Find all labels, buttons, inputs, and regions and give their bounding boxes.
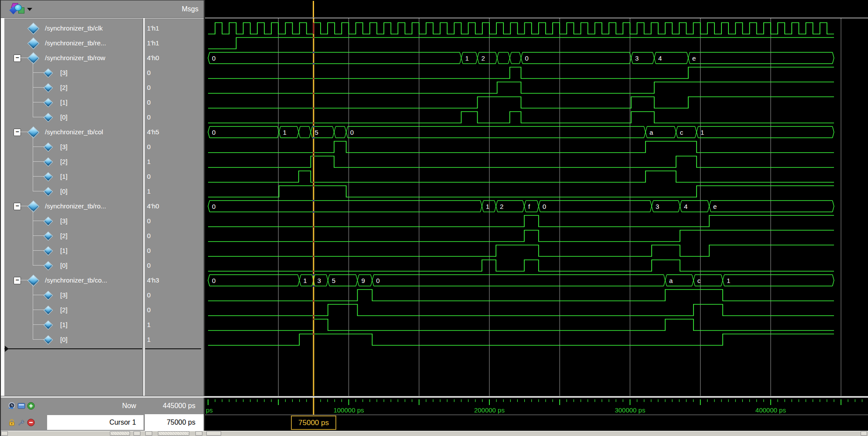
tree-item-bit-[1][interactable]: [1] — [4, 243, 143, 258]
bit-value: 0 — [145, 243, 204, 258]
bus-value-label: 5 — [314, 129, 318, 136]
tree-item-re...[interactable]: /synchronizer_tb/re... — [4, 36, 143, 51]
scrollbar-thumb[interactable] — [206, 431, 221, 436]
tree-connector — [33, 210, 33, 266]
cursor-name[interactable]: Cursor 1 — [53, 414, 136, 431]
bit-label: [3] — [60, 288, 68, 303]
wrench-icon[interactable] — [17, 419, 25, 426]
signal-diamond-icon — [27, 23, 39, 34]
tree-item-bit-[1][interactable]: [1] — [4, 317, 143, 332]
tree-item-bit-[0][interactable]: [0] — [4, 332, 143, 347]
collapse-minus-icon[interactable]: − — [14, 54, 21, 62]
tree-item-bit-[3][interactable]: [3] — [4, 140, 143, 154]
chevron-down-icon[interactable] — [27, 8, 32, 11]
bit-label: [1] — [60, 243, 68, 258]
wave-row-row_sync[interactable]: 012f034e — [208, 201, 834, 212]
bit-value: 0 — [145, 169, 204, 184]
tree-item-bit-[0][interactable]: [0] — [4, 258, 143, 273]
wave-row-row_sync-2[interactable] — [208, 230, 834, 242]
timeline-tick-label: 200000 ps — [474, 406, 505, 414]
tree-item-clk[interactable]: /synchronizer_tb/clk — [4, 21, 143, 36]
scrollbar-thumb[interactable] — [110, 431, 130, 436]
cursor-time-flag[interactable]: 75000 ps — [291, 416, 336, 430]
lock-icon[interactable] — [8, 419, 16, 426]
msgs-column-header[interactable]: Msgs — [145, 0, 198, 18]
signal-diamond-icon — [44, 335, 53, 344]
tree-item-bit-[2][interactable]: [2] — [4, 228, 143, 243]
collapse-minus-icon[interactable]: − — [14, 203, 21, 210]
wave-row-row_sync-3[interactable] — [208, 215, 834, 227]
bit-label: [3] — [60, 140, 68, 154]
wave-row-row[interactable]: 012034e — [208, 52, 834, 64]
timeline-ruler[interactable]: ps100000 ps200000 ps300000 ps400000 ps — [205, 398, 868, 415]
wave-row-col-0[interactable] — [208, 186, 834, 197]
window-icon[interactable] — [17, 402, 25, 410]
signal-diamond-icon — [27, 126, 39, 138]
signal-label: /synchronizer_tb/row — [45, 51, 105, 65]
wave-row-col-2[interactable] — [208, 156, 834, 167]
tree-item-bit-[1][interactable]: [1] — [4, 169, 143, 184]
tree-item-bit-[3][interactable]: [3] — [4, 65, 143, 80]
bit-value: 0 — [145, 258, 204, 273]
wave-row-row_sync-1[interactable] — [208, 245, 834, 256]
sync-clock-icon[interactable] — [8, 402, 16, 410]
signal-diamond-icon — [44, 291, 53, 300]
wave-row-col-1[interactable] — [208, 171, 834, 182]
tree-gutter — [1, 18, 4, 396]
signal-label: /synchronizer_tb/re... — [45, 36, 106, 51]
tree-item-row[interactable]: −/synchronizer_tb/row — [4, 51, 143, 65]
bus-value-label: 0 — [525, 54, 529, 62]
wave-row-col_sync-1[interactable] — [208, 319, 834, 330]
signal-diamond-icon — [27, 37, 39, 49]
bit-label: [1] — [60, 317, 68, 332]
wave-row-col_sync-3[interactable] — [208, 290, 834, 301]
scrollbar-strip — [0, 431, 868, 436]
bus-value-label: 0 — [212, 203, 215, 210]
wave-row-re[interactable] — [208, 37, 834, 49]
add-cursor-icon[interactable] — [27, 402, 35, 410]
collapse-minus-icon[interactable]: − — [14, 129, 21, 136]
scrollbar-thumb[interactable] — [158, 431, 189, 436]
tree-item-bit-[1][interactable]: [1] — [4, 95, 143, 110]
insertion-line — [4, 348, 142, 349]
wave-row-row-3[interactable] — [208, 67, 834, 78]
wave-row-row-1[interactable] — [208, 97, 834, 108]
wave-row-col_sync-0[interactable] — [208, 334, 834, 345]
tree-item-bit-[0][interactable]: [0] — [4, 184, 143, 199]
scrollbar-button[interactable] — [133, 431, 140, 436]
wave-row-col-3[interactable] — [208, 141, 834, 153]
wave-row-col_sync[interactable]: 013590ac1 — [208, 275, 834, 286]
timeline-unit-label: ps — [206, 406, 213, 414]
wave-row-row-2[interactable] — [208, 82, 834, 93]
cursor-line[interactable] — [313, 1, 314, 17]
scrollbar-button[interactable] — [1, 431, 8, 436]
tree-item-bit-[3][interactable]: [3] — [4, 214, 143, 228]
tree-item-bit-[2][interactable]: [2] — [4, 154, 143, 169]
collapse-minus-icon[interactable]: − — [14, 277, 21, 284]
signal-names-panel[interactable]: /synchronizer_tb/clk/synchronizer_tb/re.… — [4, 18, 143, 396]
wave-row-clock[interactable] — [208, 23, 834, 34]
tree-item-col[interactable]: −/synchronizer_tb/col — [4, 125, 143, 140]
scrollbar-button[interactable] — [145, 431, 152, 436]
waveform-canvas[interactable]: 012034e0150ac1012f034e013590ac1 — [205, 18, 868, 396]
tree-item-bit-[0][interactable]: [0] — [4, 110, 143, 125]
bus-value-label: 4 — [684, 203, 687, 210]
signal-values-panel[interactable]: 1'h11'h14'h000004'h501014'h000004'h30011 — [145, 18, 204, 396]
tree-item-bit-[2][interactable]: [2] — [4, 80, 143, 95]
tree-item-bit-[2][interactable]: [2] — [4, 303, 143, 317]
wave-row-col[interactable]: 0150ac1 — [208, 126, 834, 138]
delete-cursor-icon[interactable] — [27, 419, 35, 426]
tree-item-bit-[3][interactable]: [3] — [4, 288, 143, 303]
tree-item-ro...[interactable]: −/synchronizer_tb/ro... — [4, 199, 143, 214]
bit-value: 0 — [145, 110, 204, 125]
bit-label: [2] — [60, 154, 68, 169]
signal-value: 4'h0 — [145, 199, 204, 214]
bus-value-label: 1 — [727, 277, 730, 284]
signal-diamond-icon — [27, 52, 39, 64]
scrollbar-button[interactable] — [195, 431, 202, 436]
wave-row-row_sync-0[interactable] — [208, 260, 834, 271]
wave-row-col_sync-2[interactable] — [208, 304, 834, 316]
cursor-line[interactable] — [313, 18, 314, 396]
tree-item-co...[interactable]: −/synchronizer_tb/co... — [4, 273, 143, 288]
wave-row-row-0[interactable] — [208, 112, 834, 123]
